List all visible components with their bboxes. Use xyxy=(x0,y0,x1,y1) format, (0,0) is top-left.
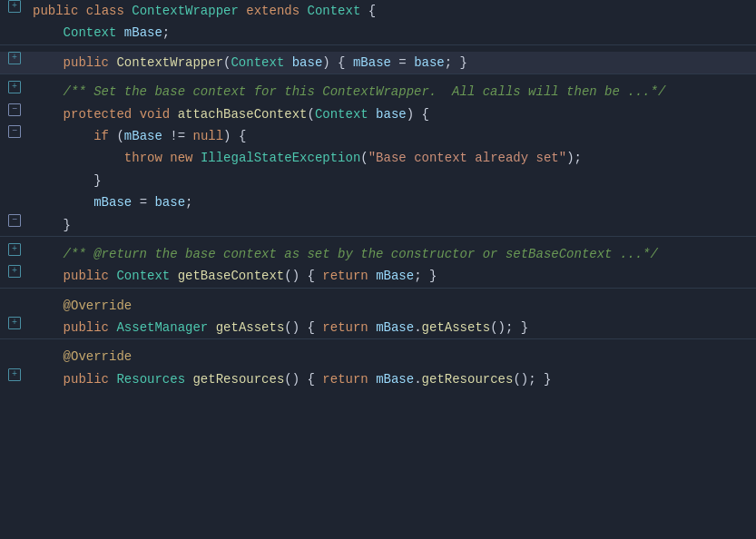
line-content-13: @Override xyxy=(29,295,756,317)
gutter-12[interactable]: + xyxy=(0,265,29,278)
line-content-3: public ContextWrapper(Context base) { mB… xyxy=(29,52,756,74)
gutter-16[interactable]: + xyxy=(0,368,29,381)
fold-icon-6[interactable]: − xyxy=(8,125,21,138)
line-content-6: if (mBase != null) { xyxy=(29,125,756,147)
section-gap-3 xyxy=(0,236,756,243)
code-line-13: @Override xyxy=(0,295,756,317)
code-line-16: + public Resources getResources() { retu… xyxy=(0,368,756,390)
line-content-14: public AssetManager getAssets() { return… xyxy=(29,317,756,338)
code-line-8: } xyxy=(0,170,756,191)
line-content-2: Context mBase; xyxy=(29,22,756,44)
code-editor: + public class ContextWrapper extends Co… xyxy=(0,0,756,539)
gutter-3[interactable]: + xyxy=(0,52,29,64)
fold-icon-11[interactable]: + xyxy=(8,243,21,256)
line-content-4: /** Set the base context for this Contex… xyxy=(29,81,756,103)
code-line-4: + /** Set the base context for this Cont… xyxy=(0,81,756,103)
section-gap-2 xyxy=(0,74,756,81)
line-content-8: } xyxy=(29,170,756,191)
section-gap-4 xyxy=(0,288,756,295)
fold-icon-10[interactable]: − xyxy=(8,214,21,227)
line-content-12: public Context getBaseContext() { return… xyxy=(29,265,756,287)
line-content-1: public class ContextWrapper extends Cont… xyxy=(29,0,756,22)
section-gap-1 xyxy=(0,44,756,52)
line-content-16: public Resources getResources() { return… xyxy=(29,368,756,390)
line-content-5: protected void attachBaseContext(Context… xyxy=(29,103,756,125)
code-line-7: throw new IllegalStateException("Base co… xyxy=(0,147,756,169)
gutter-1[interactable]: + xyxy=(0,0,29,13)
gutter-4[interactable]: + xyxy=(0,81,29,93)
code-line-3: + public ContextWrapper(Context base) { … xyxy=(0,52,756,74)
code-line-10: − } xyxy=(0,214,756,236)
fold-icon-16[interactable]: + xyxy=(8,368,21,381)
gutter-11[interactable]: + xyxy=(0,243,29,256)
code-line-11: + /** @return the base context as set by… xyxy=(0,243,756,265)
fold-icon-5[interactable]: − xyxy=(8,103,21,116)
fold-icon-14[interactable]: + xyxy=(8,317,21,329)
line-content-15: @Override xyxy=(29,346,756,368)
gutter-5[interactable]: − xyxy=(0,103,29,116)
fold-icon-12[interactable]: + xyxy=(8,265,21,278)
code-line-1: + public class ContextWrapper extends Co… xyxy=(0,0,756,22)
line-content-10: } xyxy=(29,214,756,236)
fold-icon-3[interactable]: + xyxy=(8,52,21,64)
code-line-2: Context mBase; xyxy=(0,22,756,44)
gutter-10[interactable]: − xyxy=(0,214,29,227)
section-gap-5 xyxy=(0,338,756,346)
gutter-6[interactable]: − xyxy=(0,125,29,138)
code-line-12: + public Context getBaseContext() { retu… xyxy=(0,265,756,287)
gutter-14[interactable]: + xyxy=(0,317,29,329)
code-line-6: − if (mBase != null) { xyxy=(0,125,756,147)
fold-icon-1[interactable]: + xyxy=(8,0,21,13)
line-content-11: /** @return the base context as set by t… xyxy=(29,243,756,265)
line-content-9: mBase = base; xyxy=(29,191,756,213)
line-content-7: throw new IllegalStateException("Base co… xyxy=(29,147,756,169)
code-line-5: − protected void attachBaseContext(Conte… xyxy=(0,103,756,125)
code-line-15: @Override xyxy=(0,346,756,368)
code-line-9: mBase = base; xyxy=(0,191,756,213)
code-line-14: + public AssetManager getAssets() { retu… xyxy=(0,317,756,338)
fold-icon-4[interactable]: + xyxy=(8,81,21,93)
